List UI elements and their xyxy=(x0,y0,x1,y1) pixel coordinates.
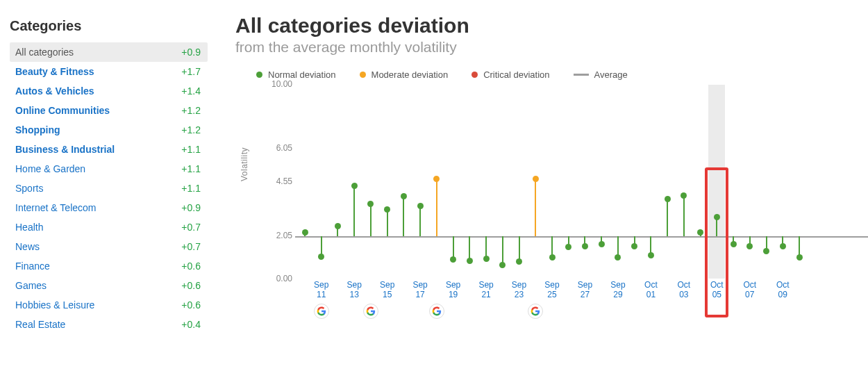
data-point[interactable] xyxy=(436,179,437,236)
data-point[interactable] xyxy=(568,236,569,247)
category-row[interactable]: Health+0.7 xyxy=(10,217,208,237)
data-point[interactable] xyxy=(403,196,404,236)
data-point[interactable] xyxy=(584,236,585,246)
google-update-icon[interactable] xyxy=(363,304,378,319)
category-row[interactable]: Online Communities+1.2 xyxy=(10,101,208,120)
data-point-marker xyxy=(549,254,556,261)
x-tick[interactable]: Sep17 xyxy=(407,280,433,300)
category-label: Home & Garden xyxy=(15,163,85,174)
category-value: +1.1 xyxy=(181,144,201,155)
data-point[interactable] xyxy=(485,236,487,258)
x-tick[interactable]: Sep15 xyxy=(374,280,401,300)
x-tick[interactable]: Sep21 xyxy=(473,280,499,300)
category-label: Hobbies & Leisure xyxy=(15,299,94,311)
data-point[interactable] xyxy=(683,195,685,237)
x-tick[interactable]: Sep19 xyxy=(440,280,467,300)
data-point-marker xyxy=(615,254,621,261)
x-tick[interactable]: Sep23 xyxy=(506,280,533,300)
data-point-marker xyxy=(483,256,490,262)
data-point-marker xyxy=(763,248,769,254)
category-row[interactable]: Finance+0.6 xyxy=(10,256,208,276)
category-value: +0.4 xyxy=(181,319,201,330)
category-label: Beauty & Fitness xyxy=(15,66,94,77)
data-point[interactable] xyxy=(667,199,668,237)
category-row[interactable]: Business & Industrial+1.1 xyxy=(10,140,208,159)
category-row[interactable]: Games+0.6 xyxy=(10,276,208,295)
y-axis-label: Volatility xyxy=(240,147,249,181)
category-label: News xyxy=(15,241,40,252)
data-point-marker xyxy=(681,192,687,199)
legend-moderate-label: Moderate deviation xyxy=(372,69,449,80)
x-tick[interactable]: Sep25 xyxy=(539,280,565,300)
data-point[interactable] xyxy=(469,236,470,261)
google-update-icon[interactable] xyxy=(528,304,543,319)
category-value: +1.2 xyxy=(181,124,201,135)
legend-critical[interactable]: Critical deviation xyxy=(471,69,549,80)
data-point[interactable] xyxy=(551,236,553,257)
x-tick[interactable]: Oct03 xyxy=(671,280,697,300)
x-tick[interactable]: Oct07 xyxy=(737,280,763,300)
category-row[interactable]: Beauty & Fitness+1.7 xyxy=(10,62,208,81)
data-point[interactable] xyxy=(634,236,635,246)
category-row[interactable]: Home & Garden+1.1 xyxy=(10,159,208,179)
data-point[interactable] xyxy=(782,236,783,246)
category-value: +0.6 xyxy=(181,299,201,311)
data-point-marker xyxy=(582,243,588,249)
data-point[interactable] xyxy=(502,236,503,265)
chart-area: All categories deviation from the averag… xyxy=(235,7,868,334)
x-tick[interactable]: Oct01 xyxy=(637,280,664,300)
legend-average-label: Average xyxy=(594,69,628,80)
data-point-marker xyxy=(351,183,358,189)
data-point-marker xyxy=(533,176,539,182)
data-point[interactable] xyxy=(535,179,536,236)
data-point[interactable] xyxy=(601,236,602,244)
legend-average[interactable]: Average xyxy=(574,69,628,80)
x-tick[interactable]: Oct09 xyxy=(769,280,796,300)
category-row[interactable]: Hobbies & Leisure+0.6 xyxy=(10,295,208,315)
x-tick[interactable]: Sep13 xyxy=(341,280,367,300)
data-point[interactable] xyxy=(519,236,520,261)
category-label: Sports xyxy=(15,183,43,194)
google-update-icon[interactable] xyxy=(314,304,329,319)
category-value: +0.7 xyxy=(181,222,201,233)
data-point[interactable] xyxy=(749,236,751,246)
data-point[interactable] xyxy=(700,232,701,236)
data-point[interactable] xyxy=(337,226,338,237)
data-point[interactable] xyxy=(799,236,800,257)
data-point-marker xyxy=(433,176,440,182)
legend-normal[interactable]: Normal deviation xyxy=(256,69,336,80)
data-point-marker xyxy=(401,193,407,199)
category-row[interactable]: Shopping+1.2 xyxy=(10,120,208,140)
x-tick[interactable]: Oct05 xyxy=(703,280,730,300)
google-update-icon[interactable] xyxy=(429,304,444,319)
data-point[interactable] xyxy=(304,232,306,236)
x-tick[interactable]: Sep29 xyxy=(605,280,631,300)
data-point[interactable] xyxy=(419,206,421,236)
x-tick[interactable]: Sep27 xyxy=(571,280,598,300)
x-tick[interactable]: Sep11 xyxy=(308,280,335,300)
data-point[interactable] xyxy=(733,236,734,244)
data-point[interactable] xyxy=(453,236,454,259)
data-point-marker xyxy=(302,229,308,236)
data-point[interactable] xyxy=(617,236,619,257)
category-row[interactable]: Internet & Telecom+0.9 xyxy=(10,198,208,217)
category-value: +1.7 xyxy=(181,66,201,77)
category-row[interactable]: Real Estate+0.4 xyxy=(10,315,208,334)
y-tick: 4.55 xyxy=(262,176,292,186)
data-point[interactable] xyxy=(370,204,372,236)
data-point[interactable] xyxy=(650,236,651,255)
data-point-marker xyxy=(631,243,637,249)
category-label: Health xyxy=(15,222,43,233)
category-list: All categories+0.9Beauty & Fitness+1.7Au… xyxy=(10,42,208,334)
legend-moderate[interactable]: Moderate deviation xyxy=(360,69,449,80)
category-row[interactable]: News+0.7 xyxy=(10,237,208,256)
category-label: Online Communities xyxy=(15,105,110,116)
category-row[interactable]: All categories+0.9 xyxy=(10,42,208,62)
data-point[interactable] xyxy=(387,209,388,236)
category-row[interactable]: Autos & Vehicles+1.4 xyxy=(10,81,208,101)
data-point[interactable] xyxy=(353,185,355,237)
category-row[interactable]: Sports+1.1 xyxy=(10,179,208,198)
data-point[interactable] xyxy=(766,236,767,251)
data-point[interactable] xyxy=(321,236,322,256)
y-tick: 10.00 xyxy=(262,79,292,89)
